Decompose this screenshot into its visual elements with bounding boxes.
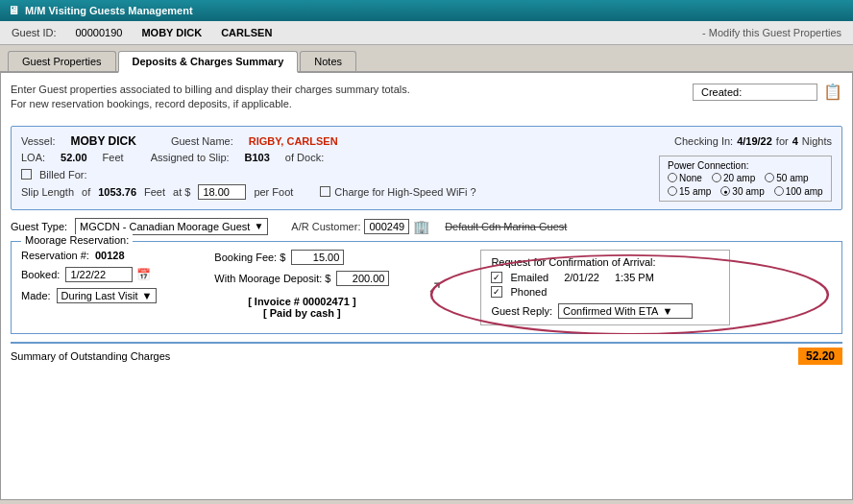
created-section: Created: 📋 [693, 83, 842, 101]
power-100amp-radio[interactable] [774, 186, 784, 196]
checking-in-date: 4/19/22 [737, 135, 772, 147]
emailed-label: Emailed [510, 272, 548, 283]
power-20amp-label: 20 amp [723, 173, 755, 183]
slip-value: B103 [245, 152, 270, 163]
of-dock-label: of Dock: [285, 152, 324, 163]
power-15amp-radio[interactable] [668, 186, 677, 196]
power-50amp-label: 50 amp [776, 173, 808, 183]
guest-type-arrow: ▼ [254, 221, 263, 231]
power-connection-title: Power Connection: [668, 160, 823, 171]
created-icon[interactable]: 📋 [823, 83, 842, 101]
moorage-reservation-section: Moorage Reservation: Reservation #: 0012… [11, 241, 842, 334]
loa-unit: Feet [103, 152, 124, 163]
for-label: for [776, 135, 789, 147]
slip-length-label: Slip Length [21, 186, 74, 198]
guest-type-row: Guest Type: MGCDN - Canadian Moorage Gue… [11, 218, 842, 235]
guest-name-label: Guest Name: [171, 135, 233, 147]
power-30amp-label: 30 amp [732, 186, 764, 197]
moorage-deposit-input[interactable] [336, 271, 389, 286]
nights-label: Nights [802, 135, 832, 147]
modify-label: - Modify this Guest Properties [702, 27, 841, 38]
vessel-name: MOBY DICK [70, 134, 135, 148]
moorage-title: Moorage Reservation: [21, 234, 133, 246]
made-arrow: ▼ [141, 290, 152, 301]
guest-details-box: Vessel: MOBY DICK Guest Name: RIGBY, CAR… [11, 126, 842, 210]
guest-reply-select[interactable]: Confirmed With ETA ▼ [558, 303, 693, 319]
summary-amount: 52.20 [798, 348, 842, 365]
ar-customer-value[interactable]: 000249 [364, 219, 409, 234]
made-label: Made: [21, 290, 51, 301]
moorage-deposit-label: With Moorage Deposit: $ [214, 273, 330, 284]
guest-type-select[interactable]: MGCDN - Canadian Moorage Guest ▼ [75, 218, 268, 235]
header-bar: Guest ID: 00000190 MOBY DICK CARLSEN - M… [0, 21, 853, 45]
billed-for-label: Billed For: [39, 169, 87, 180]
default-label: Default Cdn Marina Guest [445, 221, 567, 232]
reply-arrow: ▼ [662, 305, 672, 317]
power-50amp-radio[interactable] [765, 173, 774, 182]
power-15amp-label: 15 amp [679, 186, 711, 197]
power-100amp-label: 100 amp [786, 186, 823, 197]
booking-fee-label: Booking Fee: $ [214, 252, 285, 263]
emailed-time: 1:35 PM [615, 272, 654, 283]
billed-checkbox[interactable] [21, 169, 32, 180]
per-foot-label: per Foot [254, 186, 293, 198]
reservation-value: 00128 [95, 250, 125, 261]
confirmation-title: Request for Confirmation of Arrival: [491, 256, 719, 268]
per-foot-price[interactable]: 18.00 [198, 184, 246, 200]
guest-first-name: MOBY DICK [141, 27, 202, 38]
booked-date-input[interactable] [65, 267, 133, 282]
ar-customer-section: A/R Customer: 000249 🏢 [291, 219, 429, 234]
guest-type-label: Guest Type: [11, 221, 67, 232]
loa-value: 52.00 [61, 152, 87, 163]
reservation-label: Reservation #: [21, 250, 89, 261]
phoned-label: Phoned [510, 286, 547, 298]
booked-label: Booked: [21, 269, 60, 280]
guest-id: 00000190 [75, 27, 122, 38]
guest-id-label: Guest ID: [12, 27, 56, 38]
title-bar-text: M/M Visiting Guests Management [25, 5, 193, 16]
emailed-date: 2/01/22 [564, 272, 599, 283]
info-text: Enter Guest properties associated to bil… [11, 83, 410, 112]
tab-notes[interactable]: Notes [300, 51, 356, 71]
main-content: Enter Guest properties associated to bil… [0, 73, 853, 500]
power-none-label: None [679, 173, 702, 183]
power-none-radio[interactable] [668, 173, 677, 182]
guest-last-name: CARLSEN [221, 27, 272, 38]
calendar-icon[interactable]: 📅 [136, 268, 151, 281]
made-select[interactable]: During Last Visit ▼ [57, 288, 158, 303]
paid-text: [ Paid by cash ] [214, 307, 389, 319]
ar-customer-icon[interactable]: 🏢 [413, 219, 429, 234]
title-bar-icon: 🖥 [8, 4, 19, 17]
vessel-label: Vessel: [21, 135, 55, 147]
wifi-label: Charge for High-Speed WiFi ? [334, 186, 475, 198]
power-30amp-radio[interactable] [720, 186, 730, 196]
pointer-icon: ↗ [427, 276, 442, 298]
slip-length-value: 1053.76 [98, 186, 136, 198]
emailed-checkbox[interactable]: ✓ [491, 272, 502, 283]
booking-fee-input[interactable] [291, 250, 344, 265]
title-bar: 🖥 M/M Visiting Guests Management [0, 0, 853, 21]
guest-name-value: RIGBY, CARLSEN [249, 135, 338, 147]
invoice-text: [ Invoice # 00002471 ] [214, 296, 389, 307]
ar-customer-label: A/R Customer: [291, 221, 360, 232]
tab-bar: Guest Properties Deposits & Charges Summ… [0, 45, 853, 73]
nights-value: 4 [792, 135, 798, 147]
power-20amp-radio[interactable] [712, 173, 721, 182]
slip-length-unit: Feet [144, 186, 165, 198]
tab-guest-properties[interactable]: Guest Properties [8, 51, 116, 71]
summary-label: Summary of Outstanding Charges [11, 350, 170, 362]
summary-bar: Summary of Outstanding Charges 52.20 [11, 342, 842, 365]
confirmation-box: Request for Confirmation of Arrival: ✓ E… [480, 250, 730, 325]
checking-in-label: Checking In: [674, 135, 733, 147]
created-box: Created: [693, 84, 817, 101]
power-connection-box: Power Connection: None 20 amp 50 amp [659, 156, 832, 202]
phoned-checkbox[interactable]: ✓ [491, 286, 502, 298]
tab-deposits-charges[interactable]: Deposits & Charges Summary [118, 51, 299, 73]
loa-label: LOA: [21, 152, 45, 163]
slip-length-of: of [82, 186, 90, 198]
guest-reply-label: Guest Reply: [491, 305, 552, 317]
at-label: at $ [173, 186, 190, 198]
assigned-slip-label: Assigned to Slip: [151, 152, 230, 163]
wifi-checkbox[interactable] [320, 186, 330, 197]
moorage-reservation-box: Moorage Reservation: Reservation #: 0012… [11, 241, 842, 334]
